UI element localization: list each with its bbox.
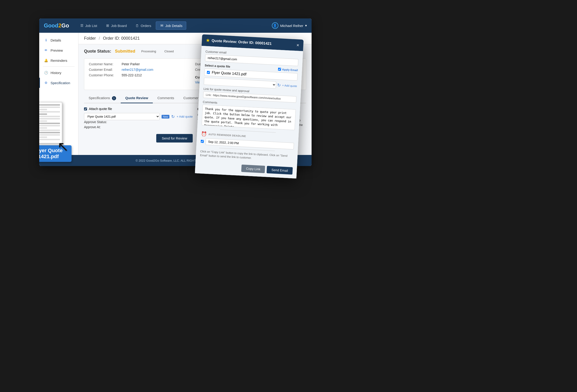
logo: Good2Go — [44, 22, 69, 29]
thumb-line — [39, 118, 60, 119]
sidebar-item-specification[interactable]: ⚙ Specification — [39, 78, 78, 88]
logo-good: Good — [44, 22, 58, 29]
user-dropdown-icon: ▾ — [305, 24, 307, 28]
customer-phone-row: Customer Phone: 555-222-1212 — [89, 73, 195, 77]
status-closed[interactable]: Closed — [162, 49, 176, 54]
apply-email-checkbox[interactable] — [278, 67, 281, 71]
tab-specifications[interactable]: Specifications 1 — [84, 94, 121, 103]
new-badge: New — [162, 115, 169, 119]
modal-container: ★ Quote Review: Order ID: 00001421 × Cus… — [195, 34, 304, 178]
modal-add-quote-link[interactable]: + Add quote — [282, 84, 297, 88]
file-select-dropdown[interactable]: Flyer Quote 1421.pdf — [84, 113, 160, 120]
thumb-line — [39, 111, 60, 113]
status-processing[interactable]: Processing — [139, 49, 158, 54]
mail-icon: ✉ — [160, 24, 164, 28]
top-nav: Good2Go ☰ Job List ⊞ Job Board 🗒 Orders … — [39, 18, 312, 33]
attach-quote-checkbox[interactable] — [84, 107, 87, 110]
sidebar-divider — [43, 66, 74, 67]
nav-item-job-list[interactable]: ☰ Job List — [76, 22, 101, 30]
customer-email-row: Customer Email: reiher217@gmail.com — [89, 68, 195, 71]
reminder-checkbox[interactable] — [201, 140, 204, 143]
link-url: https://www.review.good2gosoftware.com/r… — [213, 94, 294, 101]
add-quote-link[interactable]: + Add quote — [177, 115, 193, 118]
quote-review-form: Attach quote file Flyer Quote 1421.pdf N… — [84, 107, 193, 142]
customer-phone-value: 555-222-1212 — [122, 73, 142, 77]
thumb-line — [39, 104, 60, 106]
nav-items: ☰ Job List ⊞ Job Board 🗒 Orders ✉ Job De… — [76, 21, 272, 30]
bell-icon: 🔔 — [44, 58, 48, 63]
nav-user[interactable]: 👤 Michael Reiher ▾ — [272, 22, 307, 29]
thumb-line — [39, 116, 60, 117]
modal-star-icon: ★ — [206, 38, 210, 43]
customer-name-label: Customer Name: — [89, 62, 119, 66]
send-review-button[interactable]: Send for Review — [156, 134, 193, 142]
tab-quote-review[interactable]: Quote Review — [121, 94, 153, 103]
attach-quote-row: Attach quote file — [84, 107, 193, 111]
approve-at-field: Approve At: — [84, 125, 193, 129]
nav-item-orders[interactable]: 🗒 Orders — [131, 22, 155, 30]
modal-comments-section: Comments Thank you for the opportunity t… — [202, 100, 296, 131]
modal-file-select[interactable] — [204, 78, 276, 89]
nav-item-job-details[interactable]: ✉ Job Details — [156, 21, 186, 30]
send-email-button[interactable]: Send Email — [267, 166, 293, 175]
customer-phone-label: Customer Phone: — [89, 73, 119, 77]
eye-icon: 👁 — [44, 48, 48, 53]
sidebar-item-details[interactable]: ℹ Details — [39, 35, 78, 45]
thumb-line — [39, 127, 47, 129]
modal-select-quote-label: Select a quote file — [205, 64, 230, 68]
tab-comments[interactable]: Comments — [153, 94, 179, 103]
modal-comments-textarea[interactable]: Thank you for the opportunity to quote y… — [202, 104, 296, 130]
pdf-thumb-image[interactable]: ↖ — [39, 102, 62, 143]
thumb-line — [39, 113, 47, 115]
modal-help-text: Click on "Copy Link" button to copy the … — [200, 149, 293, 162]
alarm-icon: ⏰ — [201, 131, 207, 137]
history-icon: 🕐 — [44, 70, 48, 75]
modal-footer: Copy Link Send Email — [199, 160, 293, 175]
link-prefix: Link: — [206, 93, 212, 97]
customer-email-label: Customer Email: — [89, 68, 119, 71]
modal-refresh-icon[interactable]: ↻ — [277, 83, 281, 88]
logo-2: 2 — [58, 22, 61, 29]
thumb-line — [39, 130, 60, 131]
thumb-line — [39, 139, 60, 140]
modal-title: ★ Quote Review: Order ID: 00001421 — [206, 38, 272, 46]
status-submitted: Submitted — [115, 49, 135, 54]
logo-go: Go — [61, 22, 69, 29]
modal-link-section: Link for quote review and approval Link:… — [203, 87, 297, 103]
refresh-button[interactable]: ↻ — [171, 114, 175, 119]
breadcrumb-separator: / — [99, 36, 100, 41]
thumb-line — [39, 125, 60, 126]
user-name: Michael Reiher — [280, 24, 303, 28]
nav-item-job-board[interactable]: ⊞ Job Board — [102, 22, 130, 30]
list-icon: ☰ — [80, 24, 84, 28]
modal-reminder-section: ⏰ AUTO REMINDER DEADLINE — [201, 131, 294, 149]
sidebar-item-preview[interactable]: 👁 Preview — [39, 45, 78, 55]
customer-left-col: Customer Name: Peter Parker Customer Ema… — [89, 62, 195, 86]
breadcrumb-order: Order ID: 00001421 — [103, 36, 140, 41]
sidebar-item-reminders[interactable]: 🔔 Reminders — [39, 55, 78, 65]
spec-icon: ⚙ — [44, 80, 48, 85]
attach-quote-label: Attach quote file — [89, 107, 112, 111]
customer-email-value[interactable]: reiher217@gmail.com — [122, 68, 153, 71]
modal-divider-2 — [219, 148, 275, 151]
copy-link-button[interactable]: Copy Link — [241, 164, 265, 173]
info-icon: ℹ — [44, 38, 48, 42]
orders-icon: 🗒 — [135, 24, 139, 28]
approve-status-field: Approve Status: — [84, 120, 193, 124]
pdf-thumbnail-container: ↖ Flyer Quote 1421.pdf — [39, 102, 72, 162]
apply-email-link[interactable]: Apply Email — [278, 67, 298, 72]
breadcrumb-folder: Folder — [84, 36, 96, 41]
customer-name-row: Customer Name: Peter Parker — [89, 62, 195, 66]
thumb-line — [39, 132, 60, 133]
modal-file-checkbox[interactable] — [207, 71, 210, 74]
pdf-thumb-lines — [39, 104, 60, 141]
user-avatar-icon: 👤 — [272, 22, 278, 29]
sidebar: ℹ Details 👁 Preview 🔔 Reminders 🕐 Histor… — [39, 33, 78, 155]
quote-status-label: Quote Status: — [84, 49, 111, 54]
grid-icon: ⊞ — [106, 24, 110, 28]
thumb-line — [39, 134, 60, 135]
modal-file-name: Flyer Quote 1421.pdf — [212, 70, 247, 76]
sidebar-item-history[interactable]: 🕐 History — [39, 67, 78, 78]
modal-close-button[interactable]: × — [296, 43, 299, 47]
cursor-icon: ↖ — [57, 138, 69, 155]
